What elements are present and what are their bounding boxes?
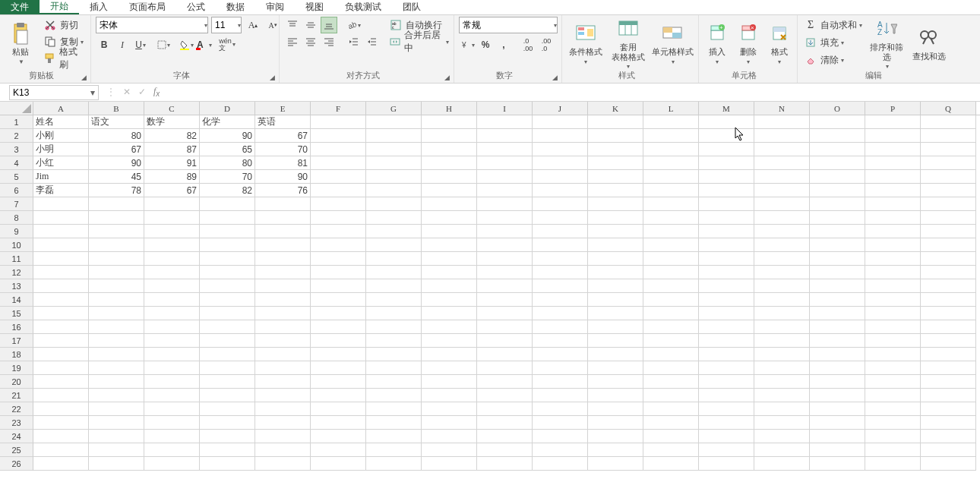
cell[interactable] xyxy=(810,293,865,307)
cell[interactable] xyxy=(366,430,422,443)
cell[interactable] xyxy=(865,156,921,170)
cell[interactable] xyxy=(422,348,477,361)
cell[interactable] xyxy=(865,334,921,348)
cell[interactable] xyxy=(699,430,754,443)
cell[interactable] xyxy=(699,293,754,307)
cell[interactable] xyxy=(366,156,422,170)
font-color-button[interactable]: A▾ xyxy=(196,36,213,53)
cell[interactable] xyxy=(144,211,200,225)
cell[interactable]: 数学 xyxy=(144,115,200,129)
cell[interactable] xyxy=(588,184,643,197)
cell[interactable] xyxy=(422,443,477,457)
cell[interactable] xyxy=(477,389,533,402)
cell[interactable] xyxy=(533,334,588,348)
cell[interactable] xyxy=(311,225,366,238)
cell[interactable]: 76 xyxy=(255,184,311,197)
cell[interactable] xyxy=(422,457,477,471)
cell[interactable] xyxy=(699,129,754,143)
decrease-decimal-button[interactable]: .00.0 xyxy=(538,36,555,53)
cell[interactable]: 90 xyxy=(255,170,311,184)
row-header[interactable]: 3 xyxy=(0,143,33,156)
column-header[interactable]: H xyxy=(422,102,477,115)
formatpainter-button[interactable]: 格式刷 xyxy=(42,50,86,67)
cell[interactable] xyxy=(89,307,144,320)
accept-formula-button[interactable]: ✓ xyxy=(138,87,146,97)
cell[interactable] xyxy=(810,115,865,129)
cell[interactable] xyxy=(422,279,477,293)
font-size-input[interactable] xyxy=(212,20,237,30)
tab-view[interactable]: 视图 xyxy=(295,0,334,14)
name-box-dropdown[interactable]: ▾ xyxy=(87,87,98,98)
cell[interactable] xyxy=(533,129,588,143)
cell[interactable]: 78 xyxy=(89,184,144,197)
cell[interactable] xyxy=(921,252,976,266)
cell[interactable] xyxy=(533,320,588,334)
cell[interactable] xyxy=(422,416,477,430)
cell[interactable] xyxy=(311,457,366,471)
cell[interactable] xyxy=(33,307,89,320)
align-center-button[interactable] xyxy=(302,33,319,50)
cell[interactable] xyxy=(366,129,422,143)
autosum-button[interactable]: Σ自动求和▾ xyxy=(802,17,862,33)
cell[interactable]: 90 xyxy=(89,156,144,170)
cell[interactable] xyxy=(588,115,643,129)
cell[interactable] xyxy=(810,375,865,389)
cell[interactable] xyxy=(200,375,255,389)
cell[interactable] xyxy=(200,320,255,334)
cell[interactable] xyxy=(477,156,533,170)
cell[interactable] xyxy=(699,279,754,293)
cell[interactable] xyxy=(588,266,643,279)
cell[interactable] xyxy=(422,430,477,443)
cell[interactable] xyxy=(754,443,810,457)
cell[interactable] xyxy=(311,307,366,320)
cell[interactable] xyxy=(200,252,255,266)
cell[interactable] xyxy=(699,211,754,225)
cell[interactable] xyxy=(533,184,588,197)
cell[interactable]: 姓名 xyxy=(33,115,89,129)
fill-color-button[interactable]: ▾ xyxy=(178,36,194,53)
cell[interactable] xyxy=(533,279,588,293)
cell[interactable] xyxy=(810,211,865,225)
cell[interactable] xyxy=(366,238,422,252)
cell[interactable] xyxy=(588,443,643,457)
cell[interactable] xyxy=(533,361,588,375)
cell[interactable]: 90 xyxy=(200,129,255,143)
cell[interactable] xyxy=(33,293,89,307)
cell[interactable] xyxy=(865,430,921,443)
cell[interactable] xyxy=(311,375,366,389)
cell[interactable] xyxy=(533,156,588,170)
cell[interactable] xyxy=(422,184,477,197)
cell[interactable] xyxy=(255,361,311,375)
cell[interactable] xyxy=(810,320,865,334)
cell[interactable] xyxy=(699,389,754,402)
cell[interactable] xyxy=(754,197,810,211)
italic-button[interactable]: I xyxy=(114,36,131,53)
cell[interactable] xyxy=(255,293,311,307)
cell[interactable] xyxy=(921,361,976,375)
column-header[interactable]: L xyxy=(643,102,699,115)
cell[interactable] xyxy=(89,225,144,238)
cell[interactable] xyxy=(89,334,144,348)
cell[interactable] xyxy=(754,307,810,320)
tab-team[interactable]: 团队 xyxy=(392,0,432,14)
cell[interactable] xyxy=(921,279,976,293)
cell[interactable] xyxy=(588,402,643,416)
cell[interactable] xyxy=(200,197,255,211)
cell[interactable] xyxy=(921,416,976,430)
cell[interactable] xyxy=(754,457,810,471)
cell[interactable] xyxy=(89,197,144,211)
cell[interactable] xyxy=(311,361,366,375)
cell[interactable] xyxy=(33,430,89,443)
merge-button[interactable]: 合并后居中▾ xyxy=(387,33,449,50)
cell[interactable] xyxy=(810,402,865,416)
cell[interactable] xyxy=(533,252,588,266)
cell[interactable] xyxy=(643,115,699,129)
column-header[interactable]: Q xyxy=(921,102,976,115)
cell[interactable] xyxy=(311,252,366,266)
cell[interactable] xyxy=(588,225,643,238)
cell[interactable]: 小明 xyxy=(33,143,89,156)
cell[interactable] xyxy=(921,293,976,307)
cell[interactable] xyxy=(477,307,533,320)
cell[interactable] xyxy=(311,402,366,416)
cell[interactable] xyxy=(588,156,643,170)
